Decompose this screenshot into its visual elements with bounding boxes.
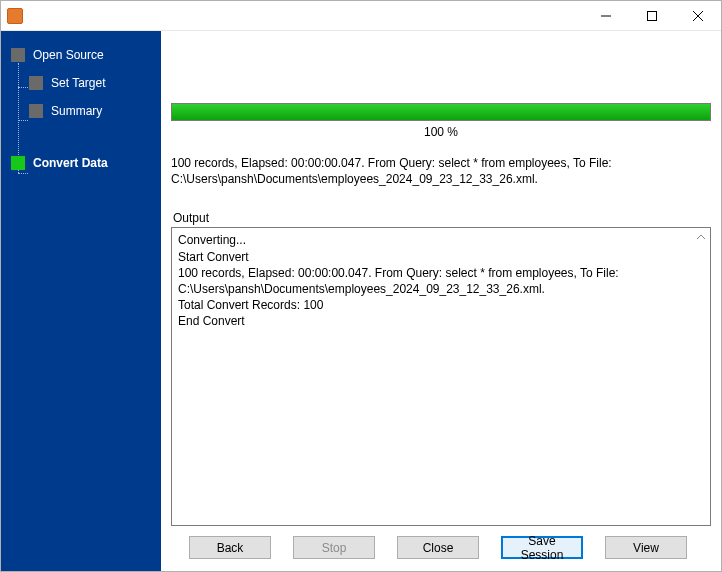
wizard-sidebar: Open Source Set Target Summary Convert D… xyxy=(1,31,161,571)
close-window-button[interactable] xyxy=(675,1,721,30)
titlebar-left xyxy=(1,8,29,24)
app-window: Open Source Set Target Summary Convert D… xyxy=(0,0,722,572)
svg-rect-1 xyxy=(648,11,657,20)
output-line: 100 records, Elapsed: 00:00:00.047. From… xyxy=(178,265,704,297)
output-line: End Convert xyxy=(178,313,704,329)
progress-bar xyxy=(171,103,711,121)
step-box-icon xyxy=(29,104,43,118)
sidebar-item-label: Open Source xyxy=(33,48,104,62)
titlebar xyxy=(1,1,721,31)
main-content: 100 % 100 records, Elapsed: 00:00:00.047… xyxy=(161,31,721,571)
output-line: Total Convert Records: 100 xyxy=(178,297,704,313)
save-session-button[interactable]: Save Session xyxy=(501,536,583,559)
step-box-icon xyxy=(29,76,43,90)
sidebar-item-label: Convert Data xyxy=(33,156,108,170)
sidebar-item-summary[interactable]: Summary xyxy=(1,97,161,125)
app-icon xyxy=(7,8,23,24)
window-controls xyxy=(583,1,721,30)
output-line: Converting... xyxy=(178,232,704,248)
progress-percent: 100 % xyxy=(171,125,711,139)
output-line: Start Convert xyxy=(178,249,704,265)
sidebar-item-open-source[interactable]: Open Source xyxy=(1,41,161,69)
step-box-icon xyxy=(11,48,25,62)
sidebar-item-label: Summary xyxy=(51,104,102,118)
sidebar-item-set-target[interactable]: Set Target xyxy=(1,69,161,97)
close-button[interactable]: Close xyxy=(397,536,479,559)
output-label: Output xyxy=(171,211,711,225)
minimize-button[interactable] xyxy=(583,1,629,30)
maximize-button[interactable] xyxy=(629,1,675,30)
output-textarea[interactable]: Converting... Start Convert 100 records,… xyxy=(171,227,711,526)
stop-button: Stop xyxy=(293,536,375,559)
sidebar-item-convert-data[interactable]: Convert Data xyxy=(1,149,161,177)
body: Open Source Set Target Summary Convert D… xyxy=(1,31,721,571)
summary-text: 100 records, Elapsed: 00:00:00.047. From… xyxy=(171,155,711,187)
view-button[interactable]: View xyxy=(605,536,687,559)
scroll-up-icon xyxy=(694,230,708,244)
button-bar: Back Stop Close Save Session View xyxy=(171,526,711,561)
top-spacer xyxy=(171,37,711,103)
progress-fill xyxy=(172,104,710,120)
back-button[interactable]: Back xyxy=(189,536,271,559)
sidebar-item-label: Set Target xyxy=(51,76,105,90)
step-box-icon xyxy=(11,156,25,170)
